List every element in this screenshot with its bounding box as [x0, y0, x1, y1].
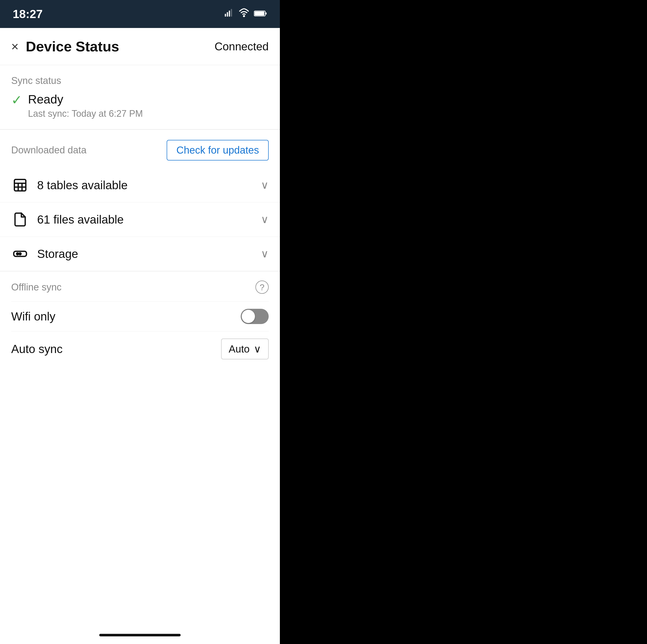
close-button[interactable]: ×: [11, 40, 18, 53]
status-bar: 18:27: [0, 0, 280, 28]
auto-sync-dropdown[interactable]: Auto ∨: [221, 338, 269, 359]
storage-label: Storage: [37, 247, 261, 261]
svg-rect-0: [225, 14, 226, 16]
svg-rect-1: [227, 12, 228, 16]
tables-row[interactable]: 8 tables available ∨: [0, 168, 280, 203]
help-icon[interactable]: ?: [256, 280, 269, 294]
svg-rect-3: [231, 9, 232, 16]
home-indicator: [99, 634, 181, 636]
storage-chevron-icon: ∨: [261, 247, 269, 260]
file-icon: [11, 211, 29, 228]
svg-rect-8: [14, 179, 26, 191]
files-label: 61 files available: [37, 213, 261, 226]
downloaded-section-label: Downloaded data: [11, 145, 86, 156]
svg-rect-2: [229, 10, 230, 16]
svg-point-15: [19, 253, 21, 255]
downloaded-header: Downloaded data Check for updates: [0, 130, 280, 168]
svg-rect-7: [255, 11, 264, 15]
toggle-knob: [242, 310, 255, 323]
files-row[interactable]: 61 files available ∨: [0, 203, 280, 237]
svg-point-4: [243, 15, 244, 16]
offline-sync-section: Offline sync ? Wifi only Auto sync Auto …: [0, 271, 280, 367]
offline-header-row: Offline sync ?: [11, 280, 269, 294]
files-chevron-icon: ∨: [261, 213, 269, 226]
wifi-only-toggle[interactable]: [241, 309, 269, 324]
tables-label: 8 tables available: [37, 178, 261, 192]
svg-rect-6: [265, 12, 267, 14]
auto-sync-label: Auto sync: [11, 342, 63, 356]
auto-sync-row: Auto sync Auto ∨: [11, 331, 269, 367]
check-updates-button[interactable]: Check for updates: [167, 140, 269, 160]
header: × Device Status Connected: [0, 28, 280, 65]
sync-status-row: ✓ Ready Last sync: Today at 6:27 PM: [11, 92, 269, 129]
table-icon: [11, 176, 29, 194]
offline-section-label: Offline sync: [11, 282, 62, 293]
sync-last-label: Last sync: Today at 6:27 PM: [28, 108, 143, 119]
connection-status: Connected: [214, 40, 269, 53]
check-icon: ✓: [11, 93, 22, 106]
wifi-only-row: Wifi only: [11, 301, 269, 331]
battery-icon: [254, 9, 267, 20]
tables-chevron-icon: ∨: [261, 179, 269, 191]
wifi-icon: [239, 8, 249, 21]
page-title: Device Status: [26, 38, 214, 55]
storage-icon: [11, 245, 29, 263]
sync-section-label: Sync status: [11, 75, 269, 86]
status-time: 18:27: [13, 7, 43, 21]
wifi-only-label: Wifi only: [11, 310, 56, 323]
dropdown-chevron-icon: ∨: [254, 343, 261, 355]
phone-panel: 18:27: [0, 0, 280, 644]
sync-text-block: Ready Last sync: Today at 6:27 PM: [28, 92, 143, 119]
sync-ready-label: Ready: [28, 92, 143, 106]
sync-status-section: Sync status ✓ Ready Last sync: Today at …: [0, 65, 280, 129]
storage-row[interactable]: Storage ∨: [0, 237, 280, 271]
svg-point-14: [16, 253, 18, 255]
auto-sync-value: Auto: [229, 343, 249, 355]
signal-icon: [224, 8, 234, 20]
black-panel: [280, 0, 647, 644]
status-icons: [224, 8, 267, 21]
